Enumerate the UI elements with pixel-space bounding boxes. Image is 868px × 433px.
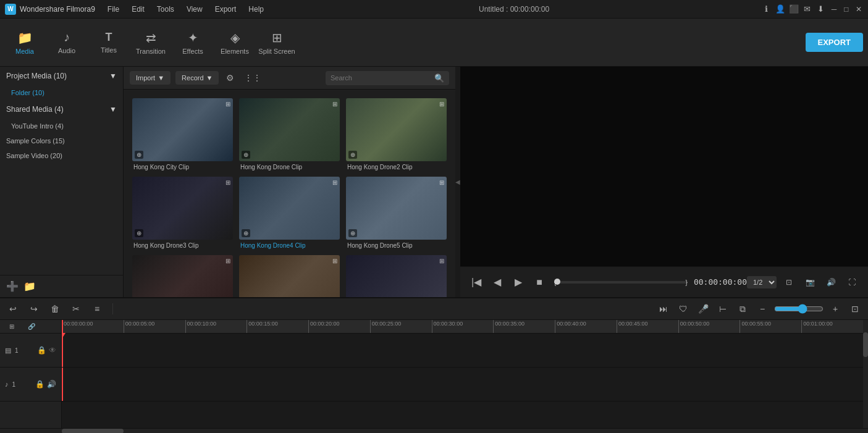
link-button[interactable]: 🔗: [23, 320, 40, 335]
menu-file[interactable]: File: [105, 4, 122, 15]
play-button[interactable]: ▶: [510, 274, 527, 291]
shield-button[interactable]: 🛡: [675, 301, 691, 317]
add-to-timeline-icon[interactable]: ⊕: [135, 229, 143, 237]
maximize-button[interactable]: □: [842, 5, 851, 14]
timeline-scrollbar-h[interactable]: [0, 428, 868, 433]
cut-button[interactable]: ✂: [68, 301, 84, 317]
info-icon[interactable]: ℹ: [762, 4, 772, 14]
layout-icon[interactable]: ⬛: [789, 4, 799, 14]
sidebar-shared-media-section: Shared Media (4) ▼ YouTube Intro (4): [0, 100, 123, 133]
ruler-tick: 00:00:55:00: [739, 320, 801, 333]
import-label: Import: [136, 74, 155, 82]
media-thumbnail: ⊞ ⊕: [239, 177, 340, 240]
menu-edit[interactable]: Edit: [129, 4, 147, 15]
record-button[interactable]: Record ▼: [175, 71, 219, 85]
ruler-label: 00:00:35:00: [495, 321, 525, 327]
account-icon[interactable]: 👤: [775, 4, 785, 14]
media-item[interactable]: ⊞ ⊕: [130, 253, 235, 297]
media-item[interactable]: ⊞ ⊕: [343, 253, 449, 297]
split-button[interactable]: ⊢: [715, 301, 731, 317]
toolbar-transition[interactable]: ⇄ Transition: [131, 23, 171, 62]
search-icon: 🔍: [434, 74, 444, 83]
zoom-out-button[interactable]: −: [754, 301, 770, 317]
sidebar-folder-item[interactable]: Folder (10): [0, 85, 123, 100]
sidebar-shared-media-header[interactable]: Shared Media (4) ▼: [0, 100, 123, 119]
ruler-content: 00:00:00:00 00:00:05:00 00:00:10:00 00:0…: [62, 320, 863, 333]
audio-lock-icon[interactable]: 🔒: [35, 380, 44, 389]
add-to-timeline-icon[interactable]: ⊕: [348, 229, 357, 237]
add-to-timeline-icon[interactable]: ⊕: [348, 151, 357, 159]
media-item[interactable]: ⊞ ⊕ Hong Kong Drone2 Clip: [343, 96, 449, 173]
volume-button[interactable]: 🔊: [822, 274, 840, 291]
media-item[interactable]: ⊞ ⊕: [237, 253, 342, 297]
zoom-select[interactable]: 1/2: [747, 276, 777, 288]
minimize-button[interactable]: ─: [830, 5, 838, 14]
ruler-label: 00:00:15:00: [248, 321, 278, 327]
menu-tools[interactable]: Tools: [154, 4, 177, 15]
add-to-timeline-icon[interactable]: ⊕: [135, 151, 143, 159]
video-track-area[interactable]: [62, 334, 863, 368]
zoom-slider[interactable]: [774, 304, 824, 314]
step-back-button[interactable]: ◀: [489, 274, 506, 291]
snapshot-button[interactable]: 📷: [801, 274, 819, 291]
download-icon[interactable]: ⬇: [816, 4, 826, 14]
zoom-in-button[interactable]: +: [827, 301, 843, 317]
visibility-icon[interactable]: 👁: [49, 346, 56, 355]
track-next-button[interactable]: ⏭: [655, 301, 672, 317]
toolbar-elements[interactable]: ◈ Elements: [215, 23, 255, 62]
sidebar-project-media-header[interactable]: Project Media (10) ▼: [0, 67, 123, 85]
undo-button[interactable]: ↩: [5, 301, 21, 317]
timeline-ruler[interactable]: 00:00:00:00 00:00:05:00 00:00:10:00 00:0…: [62, 320, 863, 334]
preview-scrubber[interactable]: { }: [554, 281, 688, 284]
media-grid-inner: ⊞ ⊕ Hong Kong City Clip ⊞ ⊕ Hong Kong Dr…: [130, 96, 449, 291]
audio-track-area[interactable]: [62, 368, 863, 401]
sidebar-sample-video-item[interactable]: Sample Video (20): [0, 148, 123, 163]
export-button[interactable]: EXPORT: [806, 33, 863, 52]
track-labels: ⊞ 🔗 ▤ 1 🔒 👁 ♪ 1 🔒 🔊: [0, 320, 62, 428]
message-icon[interactable]: ✉: [803, 4, 812, 14]
panel-collapse-divider[interactable]: ◀: [455, 67, 460, 297]
add-track-button[interactable]: ⊞: [4, 320, 20, 335]
media-item[interactable]: ⊞ ⊕ Hong Kong Drone4 Clip: [237, 174, 342, 251]
media-item[interactable]: ⊞ ⊕ Hong Kong City Clip: [130, 96, 235, 173]
timeline-scrollbar-v[interactable]: [863, 320, 868, 428]
lock-icon[interactable]: 🔒: [37, 346, 46, 355]
layout-toggle-button[interactable]: ⋮⋮: [242, 70, 264, 85]
settings-button[interactable]: ≡: [89, 301, 105, 317]
menu-view[interactable]: View: [184, 4, 205, 15]
toolbar-audio[interactable]: ♪ Audio: [47, 23, 86, 62]
sidebar-youtube-intro-item[interactable]: YouTube Intro (4): [0, 119, 123, 133]
sidebar-sample-colors-item[interactable]: Sample Colors (15): [0, 133, 123, 148]
timeline-body: ⊞ 🔗 ▤ 1 🔒 👁 ♪ 1 🔒 🔊: [0, 320, 868, 428]
fit-button[interactable]: ⊡: [847, 301, 863, 317]
menu-export[interactable]: Export: [213, 4, 239, 15]
media-item[interactable]: ⊞ ⊕ Hong Kong Drone3 Clip: [130, 174, 235, 251]
ruler-label: 00:00:30:00: [434, 321, 463, 327]
fullscreen-button[interactable]: ⊡: [780, 274, 798, 291]
add-to-timeline-icon[interactable]: ⊕: [242, 229, 250, 237]
expand-button[interactable]: ⛶: [843, 274, 861, 291]
audio-volume-icon[interactable]: 🔊: [47, 380, 56, 389]
app-logo: W: [5, 4, 16, 15]
delete-button[interactable]: 🗑: [47, 301, 63, 317]
add-media-button[interactable]: ➕: [6, 280, 19, 292]
toolbar-effects[interactable]: ✦ Effects: [173, 23, 213, 62]
go-to-start-button[interactable]: |◀: [468, 274, 485, 291]
add-folder-button[interactable]: 📁: [23, 280, 36, 292]
search-input[interactable]: [331, 74, 431, 82]
media-item[interactable]: ⊞ ⊕ Hong Kong Drone Clip: [237, 96, 342, 173]
chevron-down-icon-2: ▼: [109, 105, 117, 114]
redo-button[interactable]: ↪: [26, 301, 42, 317]
toolbar-titles[interactable]: T Titles: [89, 23, 129, 62]
caption-button[interactable]: ⧉: [735, 301, 751, 317]
stop-button[interactable]: ■: [531, 274, 548, 291]
media-item[interactable]: ⊞ ⊕ Hong Kong Drone5 Clip: [343, 174, 449, 251]
add-to-timeline-icon[interactable]: ⊕: [242, 151, 250, 159]
import-button[interactable]: Import ▼: [130, 71, 171, 85]
toolbar-splitscreen[interactable]: ⊞ Split Screen: [257, 23, 297, 62]
mic-button[interactable]: 🎤: [695, 301, 711, 317]
close-button[interactable]: ✕: [854, 5, 863, 14]
menu-help[interactable]: Help: [246, 4, 266, 15]
filter-button[interactable]: ⚙: [224, 70, 237, 85]
toolbar-media[interactable]: 📁 Media: [5, 23, 44, 62]
